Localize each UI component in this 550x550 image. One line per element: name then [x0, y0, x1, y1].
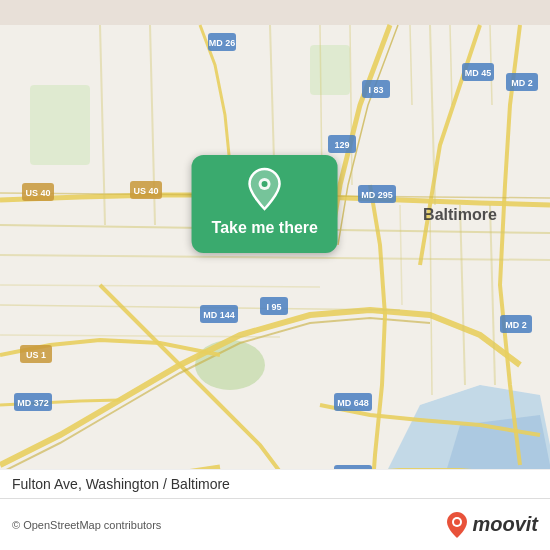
- svg-text:MD 372: MD 372: [17, 398, 49, 408]
- take-me-there-card[interactable]: Take me there: [192, 155, 338, 253]
- svg-text:US 40: US 40: [133, 186, 158, 196]
- bottom-bar: © OpenStreetMap contributors moovit: [0, 498, 550, 550]
- take-me-there-label: Take me there: [212, 219, 318, 237]
- attribution-text: © OpenStreetMap contributors: [12, 519, 161, 531]
- svg-text:MD 26: MD 26: [209, 38, 236, 48]
- svg-text:MD 45: MD 45: [465, 68, 492, 78]
- svg-point-56: [262, 181, 268, 187]
- location-label: Fulton Ave, Washington / Baltimore: [0, 469, 550, 498]
- location-pin-icon: [243, 167, 287, 211]
- svg-text:129: 129: [334, 140, 349, 150]
- svg-rect-2: [30, 85, 90, 165]
- location-text: Fulton Ave, Washington / Baltimore: [12, 476, 230, 492]
- svg-text:MD 648: MD 648: [337, 398, 369, 408]
- svg-text:Baltimore: Baltimore: [423, 206, 497, 223]
- svg-text:MD 2: MD 2: [511, 78, 533, 88]
- svg-text:US 40: US 40: [25, 188, 50, 198]
- svg-text:I 95: I 95: [266, 302, 281, 312]
- svg-text:I 83: I 83: [368, 85, 383, 95]
- moovit-pin-icon: [446, 511, 468, 539]
- svg-point-58: [454, 519, 460, 525]
- map-background: MD 26 I 83 MD 45 MD 2 US 40 US 40 129 MD…: [0, 0, 550, 550]
- svg-text:MD 2: MD 2: [505, 320, 527, 330]
- moovit-brand-text: moovit: [472, 513, 538, 536]
- map-container: MD 26 I 83 MD 45 MD 2 US 40 US 40 129 MD…: [0, 0, 550, 550]
- moovit-logo[interactable]: moovit: [446, 511, 538, 539]
- svg-text:MD 295: MD 295: [361, 190, 393, 200]
- svg-rect-3: [310, 45, 350, 95]
- svg-text:US 1: US 1: [26, 350, 46, 360]
- svg-text:MD 144: MD 144: [203, 310, 235, 320]
